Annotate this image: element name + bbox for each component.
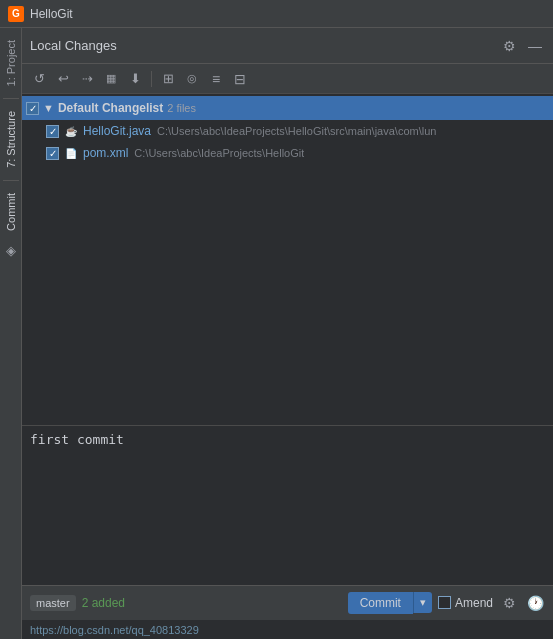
toolbar-sort-btn[interactable]: ≡ [205, 68, 227, 90]
app-title: HelloGit [30, 7, 73, 21]
tab-label: Local Changes [30, 38, 117, 53]
sidebar-tab-structure[interactable]: 7: Structure [2, 103, 20, 176]
app-icon: G [8, 6, 24, 22]
url-text: https://blog.csdn.net/qq_40813329 [30, 624, 199, 636]
amend-checkbox[interactable] [438, 596, 451, 609]
sidebar-tab-commit[interactable]: Commit [2, 185, 20, 239]
commit-settings-icon[interactable]: ⚙ [499, 593, 519, 613]
toolbar-separator-1 [151, 71, 152, 87]
file2-xml-icon: 📄 [63, 145, 79, 161]
tab-header-actions: ⚙ — [499, 36, 545, 56]
file1-java-icon: ☕ [63, 123, 79, 139]
file1-path: C:\Users\abc\IdeaProjects\HelloGit\src\m… [157, 125, 436, 137]
changelist-checkbox[interactable]: ✓ [26, 102, 39, 115]
changelist-arrow-icon: ▼ [43, 102, 54, 114]
toolbar-move-btn[interactable]: ⇢ [76, 68, 98, 90]
file1-name: HelloGit.java [83, 124, 151, 138]
left-sidebar: 1: Project 7: Structure Commit ◈ [0, 28, 22, 639]
file2-checkbox[interactable]: ✓ [46, 147, 59, 160]
toolbar-eye-btn[interactable]: ◎ [181, 68, 203, 90]
url-bar: https://blog.csdn.net/qq_40813329 [22, 619, 553, 639]
changelist-name: Default Changelist [58, 101, 163, 115]
file2-name: pom.xml [83, 146, 128, 160]
toolbar-diff-btn[interactable]: ▦ [100, 68, 122, 90]
settings-icon[interactable]: ⚙ [499, 36, 519, 56]
bottom-bar: master 2 added Commit ▾ Amend ⚙ 🕐 [22, 585, 553, 619]
commit-clock-icon[interactable]: 🕐 [525, 593, 545, 613]
minimize-icon[interactable]: — [525, 36, 545, 56]
changelist-file-count: 2 files [167, 102, 196, 114]
commit-btn-group: Commit ▾ [348, 592, 432, 614]
file2-path: C:\Users\abc\IdeaProjects\HelloGit [134, 147, 304, 159]
sidebar-divider-2 [3, 180, 19, 181]
commit-button[interactable]: Commit [348, 592, 413, 614]
branch-badge: master [30, 595, 76, 611]
file1-checkbox[interactable]: ✓ [46, 125, 59, 138]
added-badge: 2 added [82, 596, 125, 610]
file-row-pom-xml[interactable]: ✓ 📄 pom.xml C:\Users\abc\IdeaProjects\He… [22, 142, 553, 164]
sidebar-tab-project[interactable]: 1: Project [2, 32, 20, 94]
bottom-right: Commit ▾ Amend ⚙ 🕐 [348, 592, 545, 614]
main-container: 1: Project 7: Structure Commit ◈ Local C… [0, 28, 553, 639]
changelist-row[interactable]: ✓ ▼ Default Changelist 2 files [22, 96, 553, 120]
title-bar: G HelloGit [0, 0, 553, 28]
commit-dropdown-arrow[interactable]: ▾ [413, 592, 432, 613]
bottom-left: master 2 added [30, 595, 125, 611]
toolbar-refresh-btn[interactable]: ↺ [28, 68, 50, 90]
toolbar-rollback-btn[interactable]: ↩ [52, 68, 74, 90]
file-row-hellgit-java[interactable]: ✓ ☕ HelloGit.java C:\Users\abc\IdeaProje… [22, 120, 553, 142]
commit-message-input[interactable]: first commit [30, 432, 545, 572]
amend-text: Amend [455, 596, 493, 610]
toolbar-group-btn[interactable]: ⊞ [157, 68, 179, 90]
toolbar-more-btn[interactable]: ⊟ [229, 68, 251, 90]
tab-header: Local Changes ⚙ — [22, 28, 553, 64]
toolbar-shelve-btn[interactable]: ⬇ [124, 68, 146, 90]
content-area: Local Changes ⚙ — ↺ ↩ ⇢ ▦ ⬇ ⊞ ◎ ≡ ⊟ ✓ ▼ [22, 28, 553, 639]
sidebar-divider-1 [3, 98, 19, 99]
sidebar-bottom-icon[interactable]: ◈ [2, 241, 20, 259]
toolbar: ↺ ↩ ⇢ ▦ ⬇ ⊞ ◎ ≡ ⊟ [22, 64, 553, 94]
file-tree[interactable]: ✓ ▼ Default Changelist 2 files ✓ ☕ Hello… [22, 94, 553, 425]
amend-label[interactable]: Amend [438, 596, 493, 610]
commit-message-area: first commit [22, 425, 553, 585]
